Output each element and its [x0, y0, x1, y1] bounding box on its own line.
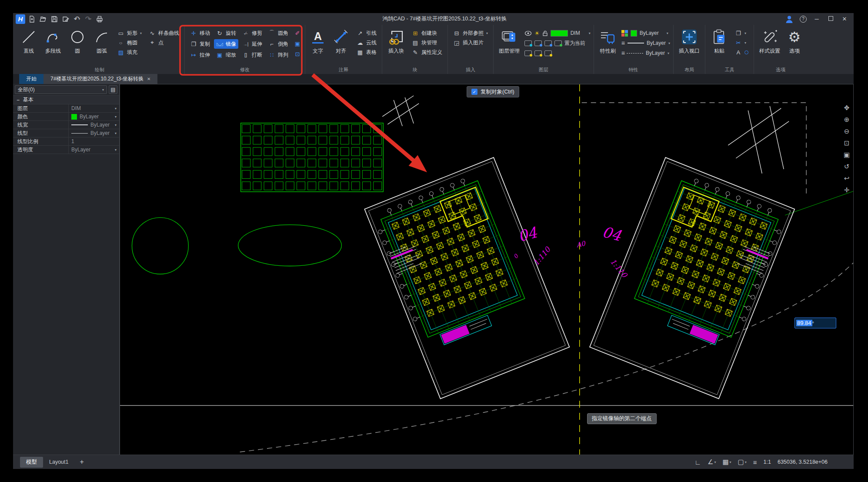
layer-color-swatch[interactable] [551, 30, 568, 37]
tab-document[interactable]: 7#楼基坑开挖图2025.10.22_t3-坐标转换 ✕ [43, 74, 157, 84]
tool-paste[interactable]: 粘贴 [708, 27, 730, 56]
save-as-button[interactable] [61, 14, 70, 24]
tab-start[interactable]: 开始 [19, 74, 43, 84]
app-logo-icon[interactable]: H [16, 14, 25, 24]
layer-unlock-icon[interactable] [542, 30, 548, 36]
tool-fillet[interactable]: ⌒圆角 [266, 28, 290, 38]
tool-create-block[interactable]: ⊞创建块 [410, 28, 444, 38]
tool-array[interactable]: ∷阵列 [266, 50, 290, 60]
chevron-down-icon[interactable]: ▾ [90, 17, 91, 21]
chevron-down-icon[interactable]: ▾ [667, 31, 668, 35]
angle-input[interactable]: 89.84 ° [795, 318, 836, 328]
tool-options[interactable]: ⚙ 选项 [785, 27, 804, 56]
tool-rotate[interactable]: ↻旋转 [214, 28, 238, 38]
layer-set-current-icon[interactable] [554, 40, 562, 46]
tool-match-properties[interactable]: 特性刷 [597, 27, 619, 56]
zoom-out-button[interactable]: ⊖ [842, 127, 851, 136]
tool-cut-clip[interactable]: ✂▾ [733, 38, 751, 47]
prop-transparency-value[interactable]: ByLayer▾ [69, 147, 119, 153]
orbit-button[interactable]: ↺ [842, 162, 851, 171]
tool-insert-viewport[interactable]: 插入视口 [677, 27, 702, 56]
tab-model[interactable]: 模型 [20, 457, 43, 468]
layer-freeze-icon[interactable] [534, 40, 542, 46]
tool-move[interactable]: ✛移动 [188, 28, 212, 38]
undo-button[interactable]: ↶▾ [72, 14, 82, 24]
polar-tracking-toggle[interactable]: ∠▾ [708, 458, 716, 466]
zoom-extents-button[interactable]: ▣ [842, 151, 851, 159]
tool-extend[interactable]: →|延伸 [240, 39, 264, 49]
tool-align[interactable]: 对齐 [330, 27, 352, 56]
maximize-button[interactable] [827, 16, 835, 22]
chevron-down-icon[interactable]: ▾ [668, 41, 670, 45]
close-tab-icon[interactable]: ✕ [147, 77, 150, 81]
layer-lock-icon[interactable] [544, 40, 552, 46]
layer-off-icon[interactable] [524, 40, 532, 46]
lineweight-control[interactable]: ≡ ByLayer ▾ [621, 38, 670, 48]
selection-filter-dropdown[interactable]: 全部(0) ▾ [15, 85, 107, 94]
snap-grid-toggle[interactable]: ▦▾ [722, 458, 731, 466]
tool-hatch[interactable]: ▨ 填充 [115, 47, 144, 57]
layer-on-icon[interactable] [524, 50, 532, 56]
layer-visibility-icon[interactable] [524, 30, 532, 36]
previous-view-button[interactable]: ↩ [842, 174, 851, 183]
chevron-down-icon[interactable]: ▾ [668, 51, 669, 55]
prop-layer-value[interactable]: DIM▾ [69, 105, 119, 111]
layer-unlock-all-icon[interactable] [544, 50, 552, 56]
linetype-control[interactable]: ≡ ByLayer ▾ [621, 48, 670, 58]
tool-offset[interactable]: ▣ [293, 39, 302, 48]
annotation-scale[interactable]: 1:1 [764, 459, 771, 465]
ortho-toggle[interactable]: ∟ [694, 459, 701, 466]
tool-spline[interactable]: ∿ 样条曲线 [147, 28, 181, 38]
tool-ellipse[interactable]: ○ 椭圆 [115, 38, 144, 47]
set-current-label[interactable]: 置为当前 [564, 40, 585, 47]
copy-object-toggle[interactable]: ✓ 复制对象(Ctrl) [467, 86, 519, 97]
tool-circle[interactable]: 圆 [67, 27, 88, 56]
save-button[interactable] [50, 14, 59, 24]
user-account-icon[interactable] [785, 15, 794, 23]
tool-table[interactable]: ▦表格 [354, 47, 379, 57]
tool-explode[interactable]: ⊡ [293, 50, 302, 58]
chevron-down-icon[interactable]: ▾ [744, 41, 746, 45]
chevron-down-icon[interactable]: ▾ [140, 31, 142, 35]
layer-daylight-icon[interactable]: ☀ [534, 30, 540, 37]
quick-select-button[interactable]: ▤ [109, 85, 117, 94]
chevron-down-icon[interactable]: ▾ [78, 17, 80, 21]
tool-revcloud[interactable]: ☁云线 [354, 38, 379, 47]
tool-attribute-define[interactable]: ✎属性定义 [410, 47, 444, 57]
new-file-button[interactable] [27, 14, 37, 24]
tool-copy-clip[interactable]: ❐▾ [733, 28, 751, 38]
tool-line[interactable]: 直线 [18, 27, 40, 56]
navigate-button[interactable]: ✛ [842, 186, 851, 194]
prop-ltscale-value[interactable]: 1 [69, 138, 119, 144]
drawing-area[interactable]: 04 0 1:110 A0 04 1:110 ✓ 复制对象(Ctrl) 指定镜像… [120, 84, 854, 455]
tool-chamfer[interactable]: ⌐倒角 [266, 39, 290, 49]
chevron-down-icon[interactable]: ▾ [589, 31, 591, 35]
chevron-down-icon[interactable]: ▾ [486, 31, 488, 35]
redo-button[interactable]: ↷▾ [83, 14, 93, 24]
tool-text[interactable]: A 文字 [308, 27, 327, 56]
tool-mirror[interactable]: ◺◿镜像 [214, 39, 238, 49]
properties-section-basic[interactable]: − 基本 [13, 95, 119, 104]
minimize-button[interactable]: ─ [813, 16, 821, 22]
close-button[interactable]: ✕ [841, 16, 848, 22]
color-control[interactable]: ByLayer ▾ [621, 28, 670, 38]
tool-block-manager[interactable]: ▤块管理 [410, 38, 444, 47]
tool-find-text[interactable]: A [733, 47, 751, 57]
prop-linetype-value[interactable]: ByLayer▾ [69, 130, 119, 136]
tool-xref[interactable]: ⊟外部参照▾ [451, 28, 490, 38]
add-layout-button[interactable]: + [74, 458, 89, 466]
checkbox-checked-icon[interactable]: ✓ [471, 89, 477, 95]
print-button[interactable] [95, 14, 104, 24]
tool-leader[interactable]: ↗引线 [354, 28, 379, 38]
help-button[interactable]: ? [800, 16, 807, 23]
zoom-in-button[interactable]: ⊕ [842, 115, 851, 124]
tool-break[interactable]: []打断 [240, 50, 264, 60]
layer-thaw-icon[interactable] [534, 50, 542, 56]
chevron-down-icon[interactable]: ▾ [744, 31, 746, 35]
tool-layer-manager[interactable]: 图层管理 [497, 27, 522, 56]
cad-drawing[interactable]: 04 0 1:110 A0 04 1:110 [120, 84, 853, 455]
open-file-button[interactable] [38, 14, 48, 24]
lineweight-display-toggle[interactable]: ≡ [753, 459, 757, 466]
tool-style-settings[interactable]: 样式设置 [757, 27, 782, 56]
tool-arc[interactable]: 圆弧 [91, 27, 113, 56]
